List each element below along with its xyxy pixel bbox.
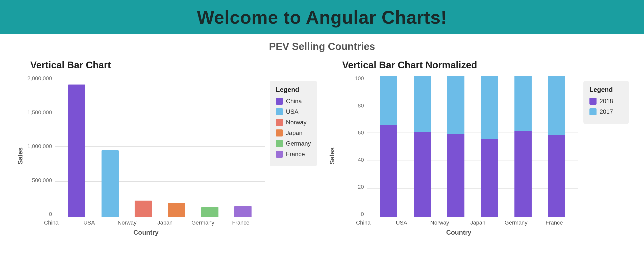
x-tick: Norway	[108, 219, 146, 226]
bar-chart-title: Vertical Bar Chart	[15, 60, 317, 71]
x-tick: USA	[70, 219, 108, 226]
legend-label: 2018	[600, 98, 613, 105]
legend-label: USA	[286, 108, 298, 115]
x-tick: China	[32, 219, 70, 226]
stacked-bar-container[interactable]	[447, 76, 464, 217]
segment-2017[interactable]	[380, 76, 397, 125]
x-tick: Japan	[459, 219, 497, 226]
legend-color-box	[276, 151, 283, 158]
legend-item: France	[276, 151, 311, 158]
bar[interactable]	[135, 201, 152, 217]
bar-chart-wrapper: Sales 0500,0001,000,0001,500,0002,000,00…	[15, 76, 317, 272]
bar-group	[227, 206, 260, 217]
bar-chart-y-ticks: 0500,0001,000,0001,500,0002,000,000	[27, 76, 55, 217]
subtitle: PEV Selling Countries	[0, 34, 644, 55]
bar-group	[93, 150, 127, 217]
stacked-bar-group	[473, 76, 506, 217]
segment-2018[interactable]	[514, 131, 532, 217]
legend-item: 2018	[589, 98, 623, 105]
page-title: Welcome to Angular Charts!	[0, 7, 644, 28]
legend-label: Japan	[286, 129, 302, 136]
normalized-chart-area: Sales 020406080100 ChinaUSANorwayJapanGe…	[327, 76, 578, 236]
y-tick: 80	[358, 103, 364, 108]
legend-color-box	[276, 98, 283, 105]
bar-group	[127, 201, 160, 217]
stacked-bar-group	[506, 76, 540, 217]
x-tick: USA	[382, 219, 420, 226]
segment-2017[interactable]	[481, 76, 498, 139]
bar[interactable]	[102, 150, 119, 217]
norm-legend-title: Legend	[589, 86, 623, 94]
y-tick: 0	[49, 211, 52, 217]
normalized-chart-y-ticks: 020406080100	[339, 76, 367, 217]
stacked-bar-container[interactable]	[380, 76, 397, 217]
legend-item: China	[276, 98, 311, 105]
bar[interactable]	[234, 206, 252, 217]
bar-chart-inner: 0500,0001,000,0001,500,0002,000,000	[27, 76, 265, 217]
segment-2018[interactable]	[481, 139, 498, 217]
x-tick: Norway	[420, 219, 459, 226]
x-tick: France	[535, 219, 573, 226]
normalized-chart-x-label: Country	[339, 226, 578, 236]
legend-label: Germany	[286, 140, 311, 147]
legend-color-box	[276, 140, 283, 147]
normalized-chart-with-xaxis: 020406080100 ChinaUSANorwayJapanGermanyF…	[339, 76, 578, 236]
legend-color-box	[276, 119, 283, 126]
stacked-bar-group	[540, 76, 573, 217]
charts-container: Vertical Bar Chart Sales 0500,0001,000,0…	[0, 55, 644, 275]
bar[interactable]	[168, 203, 185, 217]
y-tick: 40	[358, 157, 364, 163]
segment-2018[interactable]	[447, 134, 464, 217]
bar[interactable]	[201, 207, 218, 217]
bar-group	[60, 85, 93, 217]
segment-2018[interactable]	[548, 135, 565, 217]
normalized-chart-wrapper: Sales 020406080100 ChinaUSANorwayJapanGe…	[327, 76, 629, 272]
bars-row	[55, 76, 265, 217]
x-tick: Japan	[146, 219, 184, 226]
legend-item: 2017	[589, 108, 623, 115]
bar-chart-area: Sales 0500,0001,000,0001,500,0002,000,00…	[15, 76, 265, 236]
x-tick: Germany	[497, 219, 535, 226]
y-tick: 20	[358, 184, 364, 190]
legend-item: Germany	[276, 140, 311, 147]
stacked-bar-group	[372, 76, 406, 217]
bar-group	[160, 203, 193, 217]
legend-color-box	[276, 129, 283, 136]
header: Welcome to Angular Charts!	[0, 0, 644, 34]
segment-2017[interactable]	[514, 76, 532, 131]
bar-chart-with-xaxis: 0500,0001,000,0001,500,0002,000,000 Chin…	[27, 76, 265, 236]
bar[interactable]	[68, 85, 85, 217]
y-tick: 2,000,000	[27, 76, 52, 81]
legend-color-box	[589, 98, 597, 105]
normalized-chart-x-axis: ChinaUSANorwayJapanGermanyFrance	[339, 217, 578, 226]
stacked-bar-group	[439, 76, 473, 217]
normalized-chart-y-label: Sales	[327, 76, 337, 236]
x-tick: France	[222, 219, 260, 226]
segment-2018[interactable]	[414, 132, 431, 217]
legend-color-box	[276, 108, 283, 115]
normalized-chart-inner: 020406080100	[339, 76, 578, 217]
y-tick: 1,000,000	[27, 144, 52, 149]
legend-label: 2017	[600, 108, 613, 115]
legend-label: Norway	[286, 119, 306, 126]
y-tick: 60	[358, 130, 364, 135]
normalized-bars-row	[367, 76, 578, 217]
normalized-chart-title: Vertical Bar Chart Normalized	[327, 60, 629, 71]
stacked-bar-container[interactable]	[514, 76, 532, 217]
stacked-bar-container[interactable]	[548, 76, 565, 217]
stacked-bar-container[interactable]	[481, 76, 498, 217]
normalized-chart-legend: Legend 20182017	[583, 81, 629, 124]
bar-chart-x-label: Country	[27, 226, 265, 236]
segment-2017[interactable]	[447, 76, 464, 134]
bar-chart-section: Vertical Bar Chart Sales 0500,0001,000,0…	[15, 60, 317, 272]
segment-2017[interactable]	[548, 76, 565, 135]
y-tick: 500,000	[32, 178, 52, 183]
x-tick: China	[344, 219, 382, 226]
stacked-bar-container[interactable]	[414, 76, 431, 217]
segment-2017[interactable]	[414, 76, 431, 132]
y-tick: 0	[361, 211, 364, 217]
legend-item: USA	[276, 108, 311, 115]
bar-chart-grid	[55, 76, 265, 217]
legend-item: Norway	[276, 119, 311, 126]
segment-2018[interactable]	[380, 125, 397, 217]
